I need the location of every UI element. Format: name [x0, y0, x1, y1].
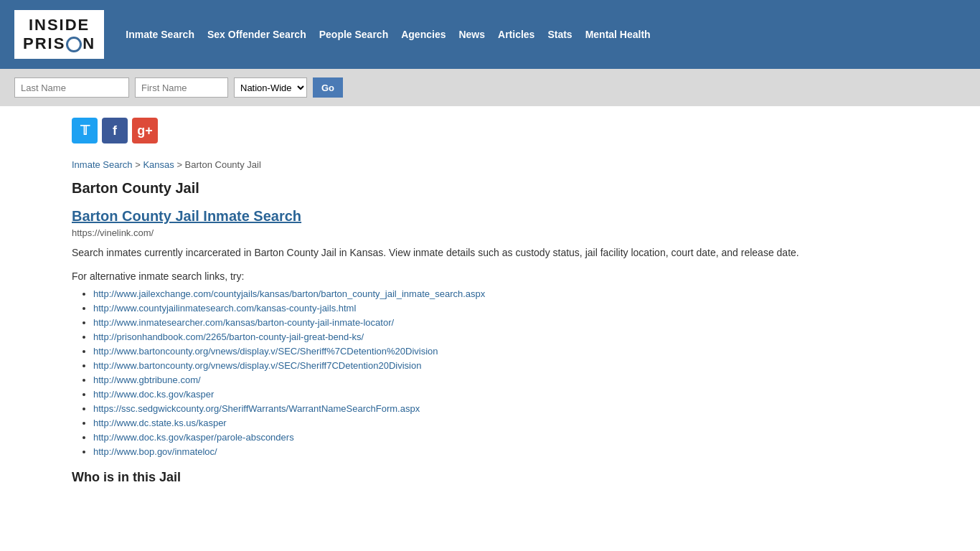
- go-button[interactable]: Go: [313, 77, 343, 98]
- last-name-input[interactable]: [14, 77, 129, 98]
- site-logo[interactable]: INSIDE PRISN: [14, 10, 104, 59]
- list-item: http://www.bop.gov/inmateloc/: [93, 446, 908, 457]
- alt-link-1[interactable]: http://www.jailexchange.com/countyjails/…: [93, 288, 485, 299]
- list-item: http://www.jailexchange.com/countyjails/…: [93, 288, 908, 299]
- breadcrumb-current: Barton County Jail: [185, 159, 261, 170]
- nav-sex-offender-search[interactable]: Sex Offender Search: [207, 29, 306, 40]
- state-dropdown[interactable]: Nation-Wide: [234, 77, 307, 98]
- twitter-icon: 𝕋: [80, 123, 90, 138]
- list-item: http://www.doc.ks.gov/kasper: [93, 388, 908, 400]
- alt-link-6[interactable]: http://www.bartoncounty.org/vnews/displa…: [93, 360, 421, 371]
- alt-links-intro: For alternative inmate search links, try…: [72, 270, 908, 282]
- who-is-in-jail-heading: Who is in this Jail: [72, 470, 908, 485]
- facebook-icon: f: [113, 123, 117, 138]
- main-search-link[interactable]: Barton County Jail Inmate Search: [72, 208, 301, 224]
- nav-agencies[interactable]: Agencies: [401, 29, 446, 40]
- nav-articles[interactable]: Articles: [498, 29, 534, 40]
- list-item: http://www.gbtribune.com/: [93, 374, 908, 385]
- nav-stats[interactable]: Stats: [547, 29, 572, 40]
- alt-link-9[interactable]: https://ssc.sedgwickcounty.org/SheriffWa…: [93, 403, 420, 414]
- alt-link-5[interactable]: http://www.bartoncounty.org/vnews/displa…: [93, 346, 438, 357]
- list-item: http://www.dc.state.ks.us/kasper: [93, 417, 908, 428]
- nav-mental-health[interactable]: Mental Health: [585, 29, 651, 40]
- list-item: http://www.bartoncounty.org/vnews/displa…: [93, 345, 908, 357]
- list-item: http://www.doc.ks.gov/kasper/parole-absc…: [93, 431, 908, 443]
- list-item: http://www.countyjailinmatesearch.com/ka…: [93, 302, 908, 314]
- page-title: Barton County Jail: [72, 180, 908, 197]
- alt-links-list: http://www.jailexchange.com/countyjails/…: [72, 288, 908, 457]
- main-link-heading: Barton County Jail Inmate Search: [72, 208, 908, 225]
- main-nav: Inmate Search Sex Offender Search People…: [126, 29, 650, 40]
- page-description: Search inmates currently incarcerated in…: [72, 245, 908, 260]
- alt-link-4[interactable]: http://prisonhandbook.com/2265/barton-co…: [93, 331, 364, 342]
- google-plus-button[interactable]: g+: [132, 118, 158, 143]
- logo-line2: PRISN: [23, 34, 95, 53]
- breadcrumb-separator2: >: [176, 159, 184, 170]
- breadcrumb-inmate-search[interactable]: Inmate Search: [72, 159, 133, 170]
- nav-news[interactable]: News: [458, 29, 485, 40]
- logo-o: [66, 37, 82, 52]
- nav-inmate-search[interactable]: Inmate Search: [126, 29, 194, 40]
- main-link-url-display: https://vinelink.com/: [72, 227, 908, 238]
- list-item: http://www.inmatesearcher.com/kansas/bar…: [93, 316, 908, 328]
- social-icons-bar: 𝕋 f g+: [0, 106, 980, 152]
- alt-link-11[interactable]: http://www.doc.ks.gov/kasper/parole-absc…: [93, 432, 294, 443]
- list-item: http://www.bartoncounty.org/vnews/displa…: [93, 359, 908, 371]
- facebook-button[interactable]: f: [102, 118, 128, 143]
- google-plus-icon: g+: [137, 123, 153, 138]
- search-bar: Nation-Wide Go: [0, 69, 980, 106]
- alt-link-8[interactable]: http://www.doc.ks.gov/kasper: [93, 389, 214, 400]
- alt-link-10[interactable]: http://www.dc.state.ks.us/kasper: [93, 418, 227, 428]
- breadcrumb: Inmate Search > Kansas > Barton County J…: [72, 159, 908, 170]
- first-name-input[interactable]: [135, 77, 228, 98]
- logo-line1: INSIDE: [23, 16, 95, 34]
- breadcrumb-kansas[interactable]: Kansas: [143, 159, 174, 170]
- list-item: https://ssc.sedgwickcounty.org/SheriffWa…: [93, 402, 908, 414]
- nav-people-search[interactable]: People Search: [319, 29, 389, 40]
- twitter-button[interactable]: 𝕋: [72, 118, 98, 143]
- breadcrumb-separator1: >: [135, 159, 143, 170]
- main-content: Inmate Search > Kansas > Barton County J…: [0, 152, 980, 507]
- alt-link-3[interactable]: http://www.inmatesearcher.com/kansas/bar…: [93, 317, 394, 328]
- list-item: http://prisonhandbook.com/2265/barton-co…: [93, 331, 908, 342]
- site-header: INSIDE PRISN Inmate Search Sex Offender …: [0, 0, 980, 69]
- alt-link-2[interactable]: http://www.countyjailinmatesearch.com/ka…: [93, 303, 356, 314]
- alt-link-12[interactable]: http://www.bop.gov/inmateloc/: [93, 446, 217, 457]
- alt-link-7[interactable]: http://www.gbtribune.com/: [93, 375, 201, 385]
